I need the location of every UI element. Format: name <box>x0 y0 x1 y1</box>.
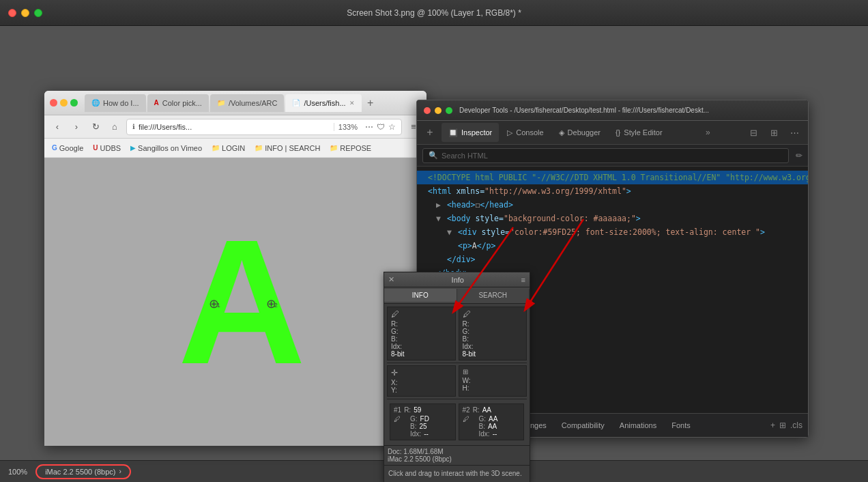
bookmark-udbs-label: UDBS <box>100 144 121 152</box>
tab-style-editor[interactable]: {} Style Editor <box>609 123 669 142</box>
info-samples: #1 R: 59 🖊 G: FD B: 25 <box>387 401 527 442</box>
tab-users[interactable]: 📄 /Users/fish... ✕ <box>285 94 361 112</box>
browser-minimize[interactable] <box>60 99 68 107</box>
search-placeholder: Search HTML <box>442 152 488 160</box>
tab-animations[interactable]: Animations <box>613 416 663 435</box>
inspector-label: Inspector <box>461 128 492 137</box>
idx-row-1: Idx: <box>391 343 452 350</box>
forward-button[interactable]: › <box>69 119 84 134</box>
sample-b-label-1: B: <box>410 423 416 430</box>
status-profile-button[interactable]: iMac 2.2 5500 (8bpc) › <box>35 464 131 479</box>
tab-icon-4: 📄 <box>292 99 300 107</box>
bookmark-vimeo[interactable]: ▶ Sangillos on Vimeo <box>127 143 205 154</box>
html-line-doctype[interactable]: <!DOCTYPE html PUBLIC "-//W3C//DTD XHTML… <box>417 171 808 184</box>
bookmark-repose[interactable]: 📁 REPOSE <box>326 143 375 154</box>
h-row: H: <box>463 384 523 392</box>
html-line-div-close[interactable]: </div> <box>417 253 808 266</box>
idx-row-2: Idx: <box>463 343 523 350</box>
devtools-more-tabs[interactable]: » <box>706 128 710 137</box>
sample-num-2: #2 <box>463 406 470 414</box>
g-label-2: G: <box>463 328 476 335</box>
tab-colorpick[interactable]: A Color pick... <box>147 94 209 112</box>
div-expand[interactable]: ▼ <box>447 227 452 237</box>
info-tabs: INFO SEARCH <box>384 287 530 304</box>
bookmark-vimeo-label: Sangillos on Vimeo <box>138 144 202 152</box>
coord-cell: ✛ X: Y: <box>387 365 456 397</box>
sample-cell-2: #2 R: AA 🖊 G: AA B: AA <box>459 403 525 440</box>
devtools-titlebar: Developer Tools - /Users/fishercat/Deskt… <box>417 100 808 121</box>
address-text: file:///Users/fis... <box>139 123 330 131</box>
doctype-text: <!DOCTYPE html PUBLIC "-//W3C//DTD XHTML… <box>428 173 808 182</box>
sample-r-label-2: R: <box>473 406 480 414</box>
html-line-head[interactable]: ▶ <head>☐</head> <box>417 198 808 212</box>
head-expand[interactable]: ▶ <box>436 200 441 210</box>
bit-val-1: 8-bit <box>391 350 404 358</box>
devtools-menu-button[interactable]: ⋯ <box>787 125 802 140</box>
close-button[interactable] <box>8 9 16 17</box>
devtools-split-button[interactable]: ⊞ <box>767 125 782 140</box>
size-icon: ⊞ <box>463 368 468 375</box>
tab-fonts[interactable]: Fonts <box>665 416 697 435</box>
sample-idx-label-2: Idx: <box>479 430 490 438</box>
bookmark-login-label: LOGIN <box>222 144 245 152</box>
tab-inspector[interactable]: 🔲 Inspector <box>442 123 499 142</box>
html-line-div[interactable]: ▼ <div style="color:#59FD25; font-size:2… <box>417 225 808 239</box>
tab-console[interactable]: ▷ Console <box>500 123 550 142</box>
body-expand[interactable]: ▼ <box>436 214 441 223</box>
bookmark-google[interactable]: G Google <box>48 143 87 154</box>
search-html-container[interactable]: 🔍 Search HTML <box>422 148 789 163</box>
back-button[interactable]: ‹ <box>50 119 65 134</box>
sample-g-label-2: G: <box>479 415 487 423</box>
address-star-icon[interactable]: ☆ <box>388 122 396 132</box>
html-line-p[interactable]: <p>A</p> <box>417 239 808 253</box>
refresh-button[interactable]: ↻ <box>88 119 103 134</box>
info-collapse-button[interactable]: ≡ <box>521 276 525 284</box>
cls-button[interactable]: .cls <box>790 421 802 430</box>
bookmark-login[interactable]: 📁 LOGIN <box>208 143 248 154</box>
info-close-button[interactable]: ✕ <box>388 275 394 284</box>
home-button[interactable]: ⌂ <box>107 119 122 134</box>
bookmark-udbs[interactable]: U UDBS <box>89 143 124 154</box>
tab-close-4[interactable]: ✕ <box>349 100 355 107</box>
debugger-icon: ◈ <box>559 128 564 137</box>
devtools-close-button[interactable] <box>424 107 431 114</box>
address-bar[interactable]: ℹ file:///Users/fis... 133% ⋯ 🛡 ☆ <box>126 119 402 135</box>
tab-add-button[interactable]: + <box>363 96 378 111</box>
tab-compat[interactable]: Compatibility <box>555 416 611 435</box>
app-container: Screen Shot 3.png @ 100% (Layer 1, RGB/8… <box>0 0 868 482</box>
html-close-bracket: > <box>626 186 631 196</box>
eyedropper-icon-2: 🖊 <box>463 309 471 319</box>
devtools-maximize-button[interactable] <box>446 107 452 114</box>
devtools-dock-button[interactable]: ⊟ <box>747 125 762 140</box>
browser-close[interactable] <box>50 99 57 107</box>
tab-icon-1: 🌐 <box>91 99 100 107</box>
maximize-button[interactable] <box>34 9 42 17</box>
html-line-body[interactable]: ▼ <body style="background-color: #aaaaaa… <box>417 212 808 225</box>
r-row-2: R: <box>463 320 523 328</box>
tab-volumes[interactable]: 📁 /Volumes/ARC <box>210 94 285 112</box>
info-tab-search[interactable]: SEARCH <box>457 289 530 302</box>
minimize-button[interactable] <box>21 9 29 17</box>
g-row-2: G: <box>463 328 523 335</box>
address-bookmark-icon[interactable]: 🛡 <box>377 122 385 132</box>
html-line-html[interactable]: <html xmlns="http://www.w3.org/1999/xhtm… <box>417 184 808 198</box>
add-rule-button[interactable]: + <box>770 421 775 430</box>
div-close-tag: </div> <box>447 255 476 264</box>
devtools-minimize-button[interactable] <box>435 107 442 114</box>
size-header: ⊞ <box>463 368 523 375</box>
info-tab-info[interactable]: INFO <box>384 289 457 302</box>
tab-debugger[interactable]: ◈ Debugger <box>552 123 607 142</box>
bookmark-info-label: INFO | SEARCH <box>265 144 320 152</box>
g-label-1: G: <box>391 328 405 335</box>
tab-label-4: /Users/fish... <box>304 99 345 107</box>
address-more-icon[interactable]: ⋯ <box>365 122 373 132</box>
edit-html-button[interactable]: ✏ <box>796 151 802 160</box>
element-picker-button[interactable]: ⊞ <box>779 421 786 430</box>
bookmark-info-search[interactable]: 📁 INFO | SEARCH <box>251 143 323 154</box>
crosshair-1: ⊕ 1 <box>209 296 219 311</box>
devtools-tab-add[interactable]: + <box>422 125 437 140</box>
info-profile-status: iMac 2.2 5500 (8bpc) <box>388 455 526 463</box>
tab-icon-2: A <box>154 99 159 107</box>
browser-maximize[interactable] <box>70 99 78 107</box>
tab-howdoi[interactable]: 🌐 How do I... <box>85 94 146 112</box>
